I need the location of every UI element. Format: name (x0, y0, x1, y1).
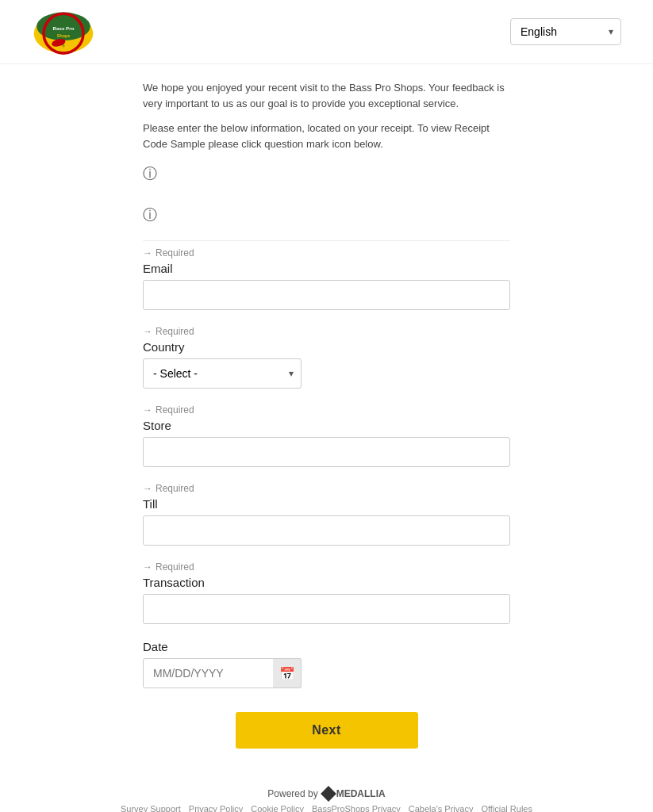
main-content: We hope you enjoyed your recent visit to… (0, 64, 653, 780)
required-text: Required (156, 247, 194, 259)
page-header: Bass Pro Shops ® English Spanish French … (0, 0, 653, 64)
required-text-5: Required (156, 561, 194, 573)
footer-link-privacy-policy[interactable]: Privacy Policy (189, 804, 243, 812)
till-required-label: → Required (143, 483, 510, 494)
required-arrow-icon: → (143, 247, 152, 259)
store-label: Store (143, 419, 510, 432)
email-required-label: → Required (143, 247, 510, 259)
required-text-3: Required (156, 404, 194, 416)
calendar-icon: 📅 (279, 666, 295, 681)
medallia-brand-text: MEDALLIA (336, 788, 386, 799)
transaction-section: → Required Transaction (143, 561, 510, 624)
required-arrow-icon-4: → (143, 483, 152, 494)
bass-pro-shops-logo: Bass Pro Shops ® (32, 8, 95, 56)
required-arrow-icon-2: → (143, 326, 152, 337)
till-input[interactable] (143, 515, 510, 546)
powered-by-section: Powered by MEDALLIA (0, 788, 653, 799)
date-section: Date 📅 (143, 640, 510, 688)
question-mark-icon-2[interactable]: ⓘ (143, 205, 157, 224)
intro-text-1: We hope you enjoyed your recent visit to… (143, 80, 510, 111)
transaction-required-label: → Required (143, 561, 510, 573)
powered-by-text: Powered by (267, 788, 317, 799)
svg-text:Shops: Shops (57, 33, 70, 38)
logo-area: Bass Pro Shops ® (32, 8, 95, 56)
store-input[interactable] (143, 437, 510, 467)
transaction-input[interactable] (143, 594, 510, 624)
footer-link-official-rules[interactable]: Official Rules (481, 804, 532, 812)
required-text-4: Required (156, 483, 194, 494)
country-select[interactable]: - Select - United States Canada Mexico (143, 358, 302, 389)
till-section: → Required Till (143, 483, 510, 546)
footer-link-basspro-privacy[interactable]: BassProShops Privacy (312, 804, 401, 812)
receipt-text: Please enter the below information, loca… (143, 121, 510, 151)
footer-link-cabelas-privacy[interactable]: Cabela's Privacy (409, 804, 474, 812)
email-input[interactable] (143, 280, 510, 310)
till-label: Till (143, 497, 510, 511)
email-section: → Required Email (143, 247, 510, 310)
transaction-label: Transaction (143, 576, 510, 589)
next-button-wrapper: Next (143, 712, 510, 749)
footer-link-survey-support[interactable]: Survey Support (121, 804, 181, 812)
required-text-2: Required (156, 326, 194, 337)
medallia-logo: MEDALLIA (323, 788, 386, 799)
country-required-label: → Required (143, 326, 510, 337)
calendar-icon-button[interactable]: 📅 (273, 658, 302, 688)
footer-link-cookie-policy[interactable]: Cookie Policy (251, 804, 304, 812)
language-select[interactable]: English Spanish French (510, 18, 621, 45)
country-select-wrapper: - Select - United States Canada Mexico ▾ (143, 358, 302, 389)
divider-1 (143, 240, 510, 241)
country-label: Country (143, 340, 510, 354)
email-label: Email (143, 262, 510, 275)
footer-links: Survey Support Privacy Policy Cookie Pol… (0, 804, 653, 812)
next-button[interactable]: Next (236, 712, 418, 749)
page-footer: Powered by MEDALLIA Survey Support Priva… (0, 780, 653, 812)
required-arrow-icon-5: → (143, 561, 152, 573)
country-section: → Required Country - Select - United Sta… (143, 326, 510, 389)
language-selector[interactable]: English Spanish French ▾ (510, 18, 621, 45)
date-label: Date (143, 640, 510, 653)
store-section: → Required Store (143, 404, 510, 467)
svg-text:Bass Pro: Bass Pro (53, 25, 75, 31)
medallia-diamond-icon (321, 786, 336, 802)
date-input-wrapper: 📅 (143, 658, 302, 688)
question-mark-icon-1[interactable]: ⓘ (143, 164, 157, 183)
required-arrow-icon-3: → (143, 404, 152, 416)
store-required-label: → Required (143, 404, 510, 416)
